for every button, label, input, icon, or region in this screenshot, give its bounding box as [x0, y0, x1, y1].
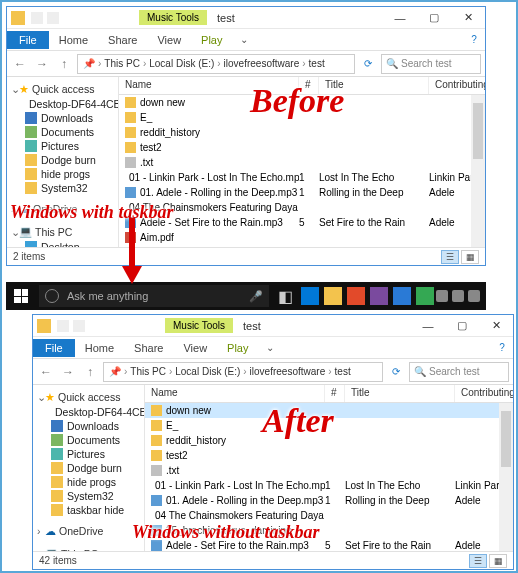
back-button[interactable]: ←	[11, 55, 29, 73]
back-button[interactable]: ←	[37, 363, 55, 381]
ribbon-expand-icon[interactable]: ⌄	[233, 34, 255, 45]
details-view-button[interactable]: ☰	[469, 554, 487, 568]
file-row[interactable]: .txt	[145, 463, 513, 478]
nav-item[interactable]: Desktop	[7, 240, 118, 247]
quick-access-header[interactable]: ⌄★Quick access	[7, 81, 118, 97]
pinned-app-5[interactable]	[393, 287, 411, 305]
nav-item[interactable]: System32	[7, 181, 118, 195]
column-headers[interactable]: Name # Title Contributing	[119, 77, 485, 95]
quick-access-toolbar[interactable]	[57, 320, 85, 332]
file-row[interactable]: 01 - Linkin Park - Lost In The Echo.mp3 …	[145, 478, 513, 493]
forward-button[interactable]: →	[33, 55, 51, 73]
file-row[interactable]: 01. Adele - Rolling in the Deep.mp3 1 Ro…	[145, 493, 513, 508]
breadcrumb[interactable]: ilovefreesoftware	[222, 58, 302, 69]
thumbnails-view-button[interactable]: ▦	[461, 250, 479, 264]
scrollbar[interactable]	[471, 95, 485, 247]
titlebar[interactable]: Music Tools test — ▢ ✕	[7, 7, 485, 29]
onedrive-header[interactable]: ›☁OneDrive	[33, 523, 144, 539]
close-button[interactable]: ✕	[479, 315, 513, 337]
file-row[interactable]: down new	[119, 95, 485, 110]
file-row[interactable]: Adele - Set Fire to the Rain.mp3 5 Set F…	[119, 215, 485, 230]
tray-icon[interactable]	[468, 290, 480, 302]
file-row[interactable]: .txt	[119, 155, 485, 170]
view-tab[interactable]: View	[147, 31, 191, 49]
nav-item[interactable]: Pictures	[33, 447, 144, 461]
scrollbar[interactable]	[499, 403, 513, 551]
file-row[interactable]: Adele - Set Fire to the Rain.mp3 5 Set F…	[145, 538, 513, 551]
file-row[interactable]: down new	[145, 403, 513, 418]
nav-item[interactable]: Dodge burn	[33, 461, 144, 475]
address-bar[interactable]: 📌›This PC›Local Disk (E:)›ilovefreesoftw…	[77, 54, 355, 74]
scrollbar-thumb[interactable]	[501, 411, 511, 467]
file-list[interactable]: Name # Title Contributing down new E_ re…	[145, 385, 513, 551]
start-button[interactable]	[6, 282, 36, 310]
taskbar[interactable]: Ask me anything 🎤 ◧	[6, 282, 486, 310]
help-icon[interactable]: ?	[463, 34, 485, 45]
col-contributing[interactable]: Contributing	[455, 385, 513, 402]
system-tray[interactable]	[436, 290, 486, 302]
nav-item[interactable]: Desktop-DF64-4CBA-86	[7, 97, 118, 111]
col-number[interactable]: #	[325, 385, 345, 402]
breadcrumb[interactable]: test	[307, 58, 327, 69]
file-tab[interactable]: File	[33, 339, 75, 357]
thispc-header[interactable]: ⌄💻This PC	[33, 545, 144, 551]
maximize-button[interactable]: ▢	[445, 315, 479, 337]
task-view-icon[interactable]: ◧	[278, 287, 296, 305]
nav-item[interactable]: taskbar hide	[33, 503, 144, 517]
titlebar[interactable]: Music Tools test — ▢ ✕	[33, 315, 513, 337]
nav-item[interactable]: Downloads	[7, 111, 118, 125]
play-tab[interactable]: Play	[217, 339, 258, 357]
home-tab[interactable]: Home	[49, 31, 98, 49]
nav-item[interactable]: System32	[33, 489, 144, 503]
file-row[interactable]: 04 The Chainsmokers Featuring Daya - Don…	[119, 200, 485, 215]
maximize-button[interactable]: ▢	[417, 7, 451, 29]
ribbon-expand-icon[interactable]: ⌄	[259, 342, 281, 353]
col-contributing[interactable]: Contributing	[429, 77, 485, 94]
file-row[interactable]: Airplanes.mp3 1 Airplanes B.o.B ft Hayle…	[119, 245, 485, 247]
breadcrumb[interactable]: Local Disk (E:)	[147, 58, 216, 69]
thumbnails-view-button[interactable]: ▦	[489, 554, 507, 568]
search-box[interactable]: 🔍Search test	[381, 54, 481, 74]
cortana-search[interactable]: Ask me anything 🎤	[39, 285, 269, 307]
nav-item[interactable]: hide progs	[33, 475, 144, 489]
refresh-icon[interactable]: ⟳	[359, 58, 377, 69]
pinned-app-4[interactable]	[370, 287, 388, 305]
file-row[interactable]: E_	[145, 418, 513, 433]
home-tab[interactable]: Home	[75, 339, 124, 357]
close-button[interactable]: ✕	[451, 7, 485, 29]
quick-access-toolbar[interactable]	[31, 12, 59, 24]
file-row[interactable]: reddit_history	[145, 433, 513, 448]
up-button[interactable]: ↑	[55, 55, 73, 73]
nav-item[interactable]: Pictures	[7, 139, 118, 153]
pinned-app-6[interactable]	[416, 287, 434, 305]
file-row[interactable]: 04 The Chainsmokers Featuring Daya - Don…	[145, 508, 513, 523]
file-row[interactable]: 35_brachiosaurus_damir.jpg	[145, 523, 513, 538]
nav-item[interactable]: hide progs	[7, 167, 118, 181]
col-number[interactable]: #	[299, 77, 319, 94]
scrollbar-thumb[interactable]	[473, 103, 483, 159]
up-button[interactable]: ↑	[81, 363, 99, 381]
share-tab[interactable]: Share	[98, 31, 147, 49]
file-list[interactable]: Name # Title Contributing down new E_ re…	[119, 77, 485, 247]
col-name[interactable]: Name	[145, 385, 325, 402]
search-box[interactable]: 🔍Search test	[409, 362, 509, 382]
breadcrumb[interactable]: This PC	[128, 366, 168, 377]
refresh-icon[interactable]: ⟳	[387, 366, 405, 377]
nav-item[interactable]: Dodge burn	[7, 153, 118, 167]
breadcrumb[interactable]: ilovefreesoftware	[248, 366, 328, 377]
taskbar-apps[interactable]: ◧	[278, 287, 434, 305]
details-view-button[interactable]: ☰	[441, 250, 459, 264]
file-row[interactable]: E_	[119, 110, 485, 125]
forward-button[interactable]: →	[59, 363, 77, 381]
play-tab[interactable]: Play	[191, 31, 232, 49]
nav-item[interactable]: Documents	[7, 125, 118, 139]
file-row[interactable]: test2	[145, 448, 513, 463]
address-bar[interactable]: 📌›This PC›Local Disk (E:)›ilovefreesoftw…	[103, 362, 383, 382]
file-row[interactable]: test2	[119, 140, 485, 155]
tray-icon[interactable]	[436, 290, 448, 302]
pinned-app-1[interactable]	[301, 287, 319, 305]
file-tab[interactable]: File	[7, 31, 49, 49]
file-row[interactable]: 01 - Linkin Park - Lost In The Echo.mp3 …	[119, 170, 485, 185]
file-row[interactable]: 01. Adele - Rolling in the Deep.mp3 1 Ro…	[119, 185, 485, 200]
breadcrumb[interactable]: Local Disk (E:)	[173, 366, 242, 377]
